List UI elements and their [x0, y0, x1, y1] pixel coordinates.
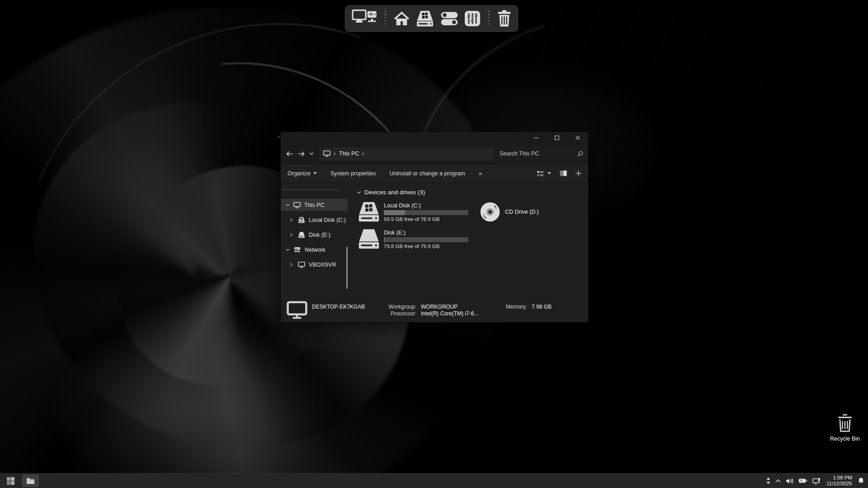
recycle-bin-shortcut[interactable]: Recycle Bin: [824, 413, 866, 442]
drive-name: Disk (E:): [384, 230, 468, 236]
top-dock: [345, 5, 518, 32]
network-icon: [293, 247, 301, 253]
expand-ribbon-button[interactable]: [576, 170, 581, 176]
taskbar-clock[interactable]: 1:08 PM 11/12/2025: [826, 475, 852, 487]
computer-dock-icon[interactable]: [352, 9, 377, 28]
sidebar-item-local-disk-c[interactable]: Local Disk (C:): [281, 214, 348, 226]
scroll-arrows-icon[interactable]: [766, 477, 770, 484]
dock-separator: [488, 11, 490, 26]
maximize-button[interactable]: [547, 132, 567, 144]
minimize-button[interactable]: [526, 132, 547, 144]
network-display-icon[interactable]: [812, 478, 821, 484]
organize-label: Organize: [288, 170, 311, 177]
file-explorer-window: This PC Organize System properties Unins…: [280, 131, 589, 323]
sidebar-item-label: Network: [305, 247, 326, 253]
drive-name: Local Disk (C:): [384, 202, 468, 209]
change-view-button[interactable]: [537, 170, 551, 177]
chevron-right-icon[interactable]: [290, 263, 294, 267]
navigation-bar: This PC: [281, 144, 588, 164]
sidebar-item-label: VBOXSVR: [309, 262, 336, 268]
toggles-icon[interactable]: [440, 11, 458, 26]
breadcrumb-this-pc[interactable]: This PC: [339, 150, 359, 157]
hard-drive-windows-icon: [355, 202, 382, 222]
this-pc-icon: [323, 150, 330, 157]
sidebar-scrollbar[interactable]: [346, 247, 348, 289]
monitor-icon: [298, 262, 305, 268]
title-bar: [281, 132, 588, 144]
sidebar-item-network[interactable]: Network: [281, 244, 348, 256]
drives-grid: Local Disk (C:) 59.5 GB free of 78.9 GB …: [355, 201, 588, 250]
memory-label: Memory:: [501, 304, 527, 310]
navigation-pane: This PC Local Disk (C:) Disk (E:) Networ…: [281, 183, 351, 298]
clock-date: 11/12/2025: [826, 481, 852, 487]
recycle-bin-label: Recycle Bin: [830, 436, 860, 442]
preview-pane-button[interactable]: [560, 170, 567, 176]
drive-tile-disk-e[interactable]: Disk (E:) 79.8 GB free of 79.9 GB: [355, 228, 470, 250]
file-explorer-taskbar-button[interactable]: [22, 474, 39, 487]
chevron-right-icon: [362, 152, 364, 156]
monitor-icon: [293, 202, 301, 208]
drive-tile-local-disk-c[interactable]: Local Disk (C:) 59.5 GB free of 78.9 GB: [355, 201, 470, 223]
start-button[interactable]: [2, 474, 19, 487]
drive-free-space: 59.5 GB free of 78.9 GB: [384, 216, 468, 222]
volume-icon[interactable]: [786, 478, 793, 484]
search-input[interactable]: [500, 150, 577, 157]
forward-button[interactable]: [295, 147, 307, 160]
toolbar-overflow-button[interactable]: »: [479, 170, 482, 177]
sidebar-item-label: Local Disk (C:): [309, 217, 346, 223]
capacity-bar: [384, 237, 468, 242]
battery-charging-icon[interactable]: [798, 478, 807, 483]
chevron-right-icon[interactable]: [290, 218, 294, 222]
search-icon[interactable]: [577, 151, 583, 157]
recycle-bin-icon: [836, 413, 854, 433]
sidebar-item-label: Disk (E:): [309, 232, 330, 238]
recent-locations-dropdown[interactable]: [307, 147, 316, 160]
chevron-right-icon: [334, 152, 336, 156]
home-icon[interactable]: [394, 11, 410, 26]
uninstall-program-button[interactable]: Uninstall or change a program: [389, 170, 465, 177]
memory-value: 7.98 GB: [532, 304, 552, 310]
capacity-bar: [384, 210, 468, 215]
drive-name: CD Drive (D:): [505, 209, 539, 215]
chevron-down-icon[interactable]: [357, 191, 361, 194]
sidebar-item-label: This PC: [304, 202, 324, 208]
taskbar: 1:08 PM 11/12/2025: [0, 473, 868, 488]
sidebar-item-vboxsvr[interactable]: VBOXSVR: [281, 258, 348, 271]
system-tray: 1:08 PM 11/12/2025: [766, 475, 868, 487]
system-properties-button[interactable]: System properties: [330, 170, 376, 177]
hard-drive-icon: [298, 232, 305, 238]
sidebar-item-this-pc[interactable]: This PC: [281, 199, 348, 211]
hard-drive-icon: [355, 229, 382, 249]
sidebar-divider: [282, 189, 340, 190]
computer-details-icon: [287, 300, 307, 319]
search-box[interactable]: [495, 147, 587, 160]
group-header[interactable]: Devices and drives (3): [355, 189, 588, 196]
files-pane: Devices and drives (3) Local Disk (C:) 5…: [351, 183, 588, 298]
drive-tile-cd-d[interactable]: CD Drive (D:): [470, 201, 588, 223]
workgroup-value: WORKGROUP: [421, 304, 496, 310]
drive-free-space: 79.8 GB free of 79.9 GB: [384, 244, 468, 249]
triangle-down-icon: [313, 172, 317, 174]
back-button[interactable]: [283, 147, 295, 160]
hard-drive-windows-icon: [298, 217, 305, 223]
organize-menu[interactable]: Organize: [288, 170, 317, 177]
address-bar[interactable]: This PC: [319, 147, 494, 160]
sidebar-item-disk-e[interactable]: Disk (E:): [281, 229, 348, 241]
mixer-icon[interactable]: [464, 10, 481, 27]
triangle-down-icon: [547, 172, 551, 174]
chevron-down-icon[interactable]: [286, 249, 290, 251]
close-button[interactable]: [567, 132, 588, 144]
hidden-icons-chevron[interactable]: [775, 479, 781, 483]
trash-icon[interactable]: [497, 10, 511, 27]
details-pane: DESKTOP-EK7KGAB Workgroup: WORKGROUP Mem…: [281, 298, 588, 322]
computer-name: DESKTOP-EK7KGAB: [312, 304, 378, 310]
notifications-bell-icon[interactable]: [858, 477, 864, 484]
group-header-label: Devices and drives (3): [364, 189, 425, 196]
cd-drive-icon: [480, 202, 500, 222]
disk-icon[interactable]: [415, 10, 434, 27]
processor-label: Processor:: [383, 310, 416, 317]
processor-value: Intel(R) Core(TM) i7-6...: [421, 310, 552, 317]
workgroup-label: Workgroup:: [383, 304, 416, 310]
chevron-right-icon[interactable]: [290, 233, 294, 237]
chevron-down-icon[interactable]: [286, 204, 290, 206]
